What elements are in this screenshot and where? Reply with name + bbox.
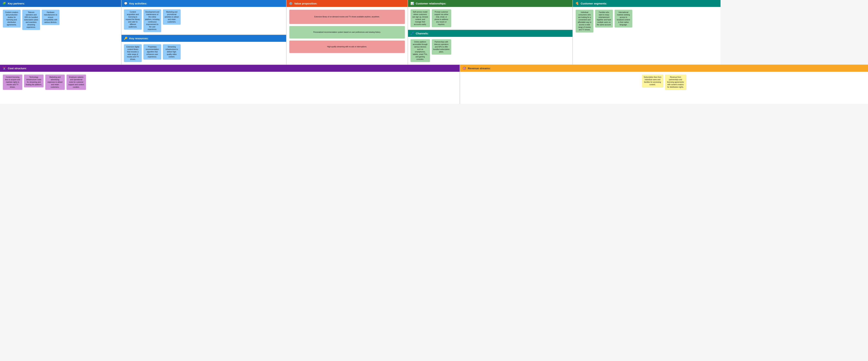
key-activities-icon: 💬 <box>124 2 127 5</box>
key-partners-title: Key partners: <box>8 2 25 5</box>
revenue-streams-icon: 🎯 <box>463 66 466 70</box>
revenue-streams-column: 🎯 Revenue streams: Subscription fees fro… <box>460 65 868 104</box>
channels-header: 🖊️ Channels: <box>408 30 572 37</box>
list-item: Content creators and production studios … <box>3 10 21 27</box>
customer-relationships-inner: 📊 Customer relationships: Self-service m… <box>408 0 572 64</box>
list-item: Extensive digital content library that i… <box>124 44 142 62</box>
list-item: Employee salaries and operational costs … <box>66 75 86 90</box>
list-item: Marketing and promotional activities to … <box>163 9 181 25</box>
value-proposition-column: ⚙️ Value proposition: Extensive library … <box>286 0 408 64</box>
cost-structure-title: Cost structure: <box>8 67 27 70</box>
list-item: Extensive library of on-demand movies an… <box>289 10 405 24</box>
key-partners-body: Content creators and production studios … <box>0 7 121 64</box>
key-resources-section: 🔑 Key resources: Extensive digital conte… <box>122 34 286 64</box>
channels-icon: 🖊️ <box>410 32 414 35</box>
customer-segments-column: 🍕 Customer segments: Individual consumer… <box>573 0 720 64</box>
value-proposition-icon: ⚙️ <box>289 2 292 5</box>
key-activities-header: 💬 Key activities: <box>122 0 286 7</box>
value-proposition-title: Value proposition: <box>294 2 317 5</box>
list-item: Technology infrastructure costs for stre… <box>24 75 43 87</box>
list-item: International markets seeking access to … <box>615 10 632 27</box>
customer-segments-header: 🍕 Customer segments: <box>573 0 720 7</box>
key-resources-body: Extensive digital content library that i… <box>122 42 286 64</box>
list-item: Streaming infrastructure to deliver high… <box>163 44 181 59</box>
cost-structure-body: Content licensing fees to acquire and ma… <box>0 72 460 104</box>
list-item: Families who want to enjoy entertainment… <box>595 10 613 27</box>
list-item: Partnerships with telecom operators and … <box>432 39 451 55</box>
key-partners-column: 🧩 Key partners: Content creators and pro… <box>0 0 122 64</box>
list-item: Marketing and advertising expenses to at… <box>45 75 65 90</box>
top-section: 🧩 Key partners: Content creators and pro… <box>0 0 868 65</box>
revenue-streams-header: 🎯 Revenue streams: <box>460 65 868 72</box>
revenue-streams-title: Revenue streams: <box>468 67 491 70</box>
list-item: Prompt customer support via online chat,… <box>432 9 451 27</box>
customer-segments-title: Customer segments: <box>581 2 607 5</box>
key-partners-header: 🧩 Key partners: <box>0 0 121 7</box>
key-resources-header: 🔑 Key resources: <box>122 35 286 42</box>
customer-relationships-header: 📊 Customer relationships: <box>408 0 572 7</box>
key-partners-icon: 🧩 <box>2 2 6 5</box>
customer-relationships-column: 📊 Customer relationships: Self-service m… <box>408 0 573 64</box>
customer-relationships-icon: 📊 <box>410 2 414 5</box>
key-activities-column: 💬 Key activities: Content acquisition an… <box>122 0 286 64</box>
list-item: Content acquisition and licensing to exp… <box>124 9 142 30</box>
cost-structure-column: ✂️ Cost structure: Content licensing fee… <box>0 65 460 104</box>
key-activities-body: Content acquisition and licensing to exp… <box>122 7 286 34</box>
key-activities-inner: 💬 Key activities: Content acquisition an… <box>122 0 286 64</box>
cost-structure-header: ✂️ Cost structure: <box>0 65 460 72</box>
revenue-streams-body: Subscription fees from individual users … <box>460 72 868 104</box>
cost-structure-icon: ✂️ <box>2 66 6 70</box>
key-resources-title: Key resources: <box>129 37 148 40</box>
customer-relationships-title: Customer relationships: <box>416 2 446 5</box>
list-item: Self-service model where customers can s… <box>410 9 430 27</box>
list-item: Proprietary recommendation algorithm tha… <box>144 44 161 59</box>
list-item: Hardware manufacturers to ensure compati… <box>42 10 59 25</box>
list-item: Content licensing fees to acquire and ma… <box>3 75 22 90</box>
list-item: Revenue from partnerships and licensing … <box>665 75 686 90</box>
list-item: Personalized recommendation system based… <box>289 26 405 38</box>
list-item: Online platform accessible through vario… <box>410 39 430 62</box>
key-resources-icon: 🔑 <box>124 37 127 40</box>
business-model-canvas: 🧩 Key partners: Content creators and pro… <box>0 0 868 361</box>
customer-segments-icon: 🍕 <box>575 2 579 5</box>
channels-title: Channels: <box>416 32 429 35</box>
value-proposition-header: ⚙️ Value proposition: <box>286 0 408 7</box>
bottom-section: ✂️ Cost structure: Content licensing fee… <box>0 65 868 104</box>
channels-body: Online platform accessible through vario… <box>408 37 572 64</box>
list-item: Telecom operators and ISPs for bundled s… <box>22 10 40 30</box>
list-item: Development and maintenance of the onlin… <box>144 9 161 32</box>
customer-relationships-body: Self-service model where customers can s… <box>408 7 572 30</box>
list-item: High-quality streaming with no ads or in… <box>289 40 405 53</box>
list-item: Individual consumers who are looking for… <box>576 10 593 32</box>
channels-section: 🖊️ Channels: Online platform accessible … <box>408 30 572 64</box>
value-proposition-body: Extensive library of on-demand movies an… <box>286 7 408 64</box>
list-item: Subscription fees from individual users … <box>642 75 663 87</box>
key-activities-title: Key activities: <box>129 2 147 5</box>
customer-segments-body: Individual consumers who are looking for… <box>573 7 720 64</box>
